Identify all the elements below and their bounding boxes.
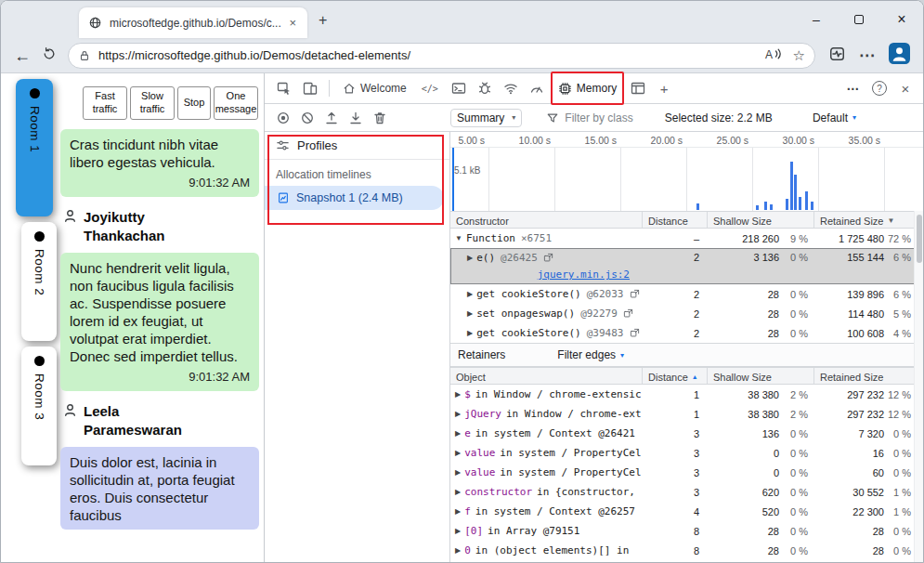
expand-icon[interactable]: ▶: [455, 488, 461, 496]
window-close-button[interactable]: ×: [880, 1, 923, 38]
more-tabs-button[interactable]: +: [652, 76, 676, 100]
scrollbar[interactable]: [914, 211, 923, 563]
url-text[interactable]: https://microsoftedge.github.io/Demos/de…: [98, 48, 753, 62]
constructor-row[interactable]: ▶ get cookieStore() @62033 2 280 % 139 8…: [450, 284, 923, 304]
browser-essentials-icon[interactable]: [828, 46, 846, 66]
col-distance[interactable]: Distance▲: [643, 368, 708, 384]
room-tab-2[interactable]: Room 2: [21, 222, 57, 341]
reveal-icon[interactable]: [623, 308, 633, 319]
timeline-tick: 5.00 s: [450, 135, 485, 146]
devtools-menu-icon[interactable]: ⋯: [841, 76, 865, 100]
reload-button[interactable]: [42, 46, 57, 64]
minimize-button[interactable]: –: [795, 1, 838, 38]
col-constructor[interactable]: Constructor: [450, 212, 643, 228]
constructor-row-selected[interactable]: ▶ e() @26425 2 3 1360 % 155 1446 % jquer…: [450, 248, 923, 284]
retainer-row[interactable]: ▶valuein system / PropertyCel 3 00 % 600…: [450, 463, 923, 482]
tab-application[interactable]: [626, 76, 650, 100]
retainer-row[interactable]: ▶constructorin {constructor, 3 6200 % 30…: [450, 482, 923, 502]
expand-icon[interactable]: ▶: [455, 507, 461, 516]
expand-icon[interactable]: ▶: [467, 254, 473, 262]
expand-icon[interactable]: ▶: [467, 309, 473, 318]
back-button[interactable]: ←: [14, 47, 31, 64]
constructor-row[interactable]: ▼ Function ×6751 – 218 2609 % 1 725 4807…: [450, 229, 923, 248]
settings-menu-icon[interactable]: ⋯: [859, 46, 876, 65]
col-distance[interactable]: Distance: [643, 212, 708, 228]
browser-tab[interactable]: microsoftedge.github.io/Demos/c... ×: [79, 7, 307, 38]
filter-by-class-input[interactable]: Filter by class: [546, 111, 632, 124]
tab-console[interactable]: [447, 76, 471, 100]
col-retained[interactable]: Retained Size▼: [814, 212, 923, 228]
favorites-star-icon[interactable]: ☆: [793, 48, 805, 62]
clear-button[interactable]: [296, 107, 319, 129]
save-profile-button[interactable]: [345, 107, 367, 129]
tab-network[interactable]: [499, 76, 523, 100]
reveal-icon[interactable]: [630, 328, 640, 338]
room-tab-1[interactable]: Room 1: [16, 79, 53, 216]
fast-traffic-button[interactable]: Fast traffic: [83, 86, 127, 120]
edge-name: jQuery: [464, 408, 501, 420]
filter-placeholder: Filter by class: [565, 111, 632, 124]
profile-avatar[interactable]: [889, 43, 910, 68]
retainer-row[interactable]: ▶$in Window / chrome-extensic 1 38 3802 …: [450, 385, 923, 404]
timeline-bar: [805, 191, 808, 210]
help-button[interactable]: ?: [867, 76, 891, 100]
expand-icon[interactable]: ▶: [455, 410, 461, 418]
slow-traffic-button[interactable]: Slow traffic: [130, 86, 175, 120]
constructor-row[interactable]: ▶ set onpageswap() @92279 2 280 % 114 48…: [450, 304, 923, 323]
delete-profile-button[interactable]: [369, 107, 391, 129]
timeline-axis: 5.00 s 10.00 s 15.00 s 20.00 s 25.00 s 3…: [450, 132, 923, 148]
reveal-icon[interactable]: [630, 289, 640, 299]
shallow-size: 0: [708, 448, 779, 459]
tab-close-icon[interactable]: ×: [285, 16, 300, 30]
new-tab-button[interactable]: +: [319, 12, 327, 29]
distance-value: 3: [643, 487, 708, 498]
col-shallow[interactable]: Shallow Size: [708, 212, 814, 228]
object-desc: in Array @79151: [488, 525, 579, 537]
expand-icon[interactable]: ▶: [455, 546, 461, 555]
read-aloud-icon[interactable]: A: [764, 47, 782, 63]
expand-icon[interactable]: ▶: [455, 468, 461, 477]
expand-icon[interactable]: ▶: [455, 429, 461, 438]
tab-memory[interactable]: Memory: [554, 73, 620, 103]
expand-icon[interactable]: ▶: [467, 329, 473, 337]
allocation-timeline[interactable]: 5.00 s 10.00 s 15.00 s 20.00 s 25.00 s 3…: [450, 132, 923, 211]
timeline-selection-handle[interactable]: [452, 148, 454, 211]
retained-size: 30 552: [814, 487, 884, 498]
default-dropdown[interactable]: Default ▾: [813, 111, 856, 124]
devtools-close-button[interactable]: ×: [893, 76, 917, 100]
snapshot-item[interactable]: Snapshot 1 (2.4 MB): [265, 186, 444, 210]
expand-icon[interactable]: ▶: [455, 390, 461, 399]
retainer-row[interactable]: ▶valuein system / PropertyCel 3 00 % 160…: [450, 443, 923, 463]
one-message-button[interactable]: One message: [214, 86, 258, 120]
collapse-icon[interactable]: ▼: [455, 234, 462, 242]
scrollbar-thumb[interactable]: [917, 215, 922, 263]
source-link[interactable]: jquery.min.js:2: [538, 268, 630, 281]
retainer-row[interactable]: ▶0in (object elements)[] in 8 280 % 280 …: [450, 541, 923, 560]
room-tab-3[interactable]: Room 3: [21, 347, 57, 465]
filter-edges-dropdown[interactable]: Filter edges ▾: [557, 348, 624, 361]
reveal-icon[interactable]: [543, 253, 553, 263]
expand-icon[interactable]: ▶: [455, 449, 461, 457]
col-shallow[interactable]: Shallow Size: [708, 368, 814, 384]
retainer-row[interactable]: ▶jQueryin Window / chrome-ext 1 38 3802 …: [450, 404, 923, 424]
record-button[interactable]: [272, 107, 294, 129]
tab-issues[interactable]: [473, 76, 497, 100]
tab-welcome[interactable]: Welcome: [336, 73, 413, 103]
tab-performance[interactable]: [525, 76, 549, 100]
expand-icon[interactable]: ▶: [455, 527, 461, 535]
tab-elements[interactable]: </>: [415, 73, 445, 103]
retainer-row[interactable]: ▶[0]in Array @79151 8 280 % 280 %: [450, 521, 923, 541]
load-profile-button[interactable]: [320, 107, 343, 129]
expand-icon[interactable]: ▶: [467, 290, 473, 298]
col-object[interactable]: Object: [450, 368, 643, 384]
maximize-button[interactable]: [838, 1, 880, 38]
retainer-row[interactable]: ▶fin system / Context @26257 4 5200 % 22…: [450, 502, 923, 521]
stop-button[interactable]: Stop: [177, 86, 211, 120]
device-toolbar-button[interactable]: [298, 76, 322, 100]
col-retained[interactable]: Retained Size: [814, 368, 923, 384]
constructor-row[interactable]: ▶ get cookieStore() @39483 2 280 % 100 6…: [450, 323, 923, 343]
summary-select[interactable]: Summary ▾: [450, 109, 522, 127]
inspect-tool-button[interactable]: [272, 76, 296, 100]
retainer-row[interactable]: ▶ein system / Context @26421 3 1360 % 7 …: [450, 424, 923, 443]
address-bar[interactable]: https://microsoftedge.github.io/Demos/de…: [68, 43, 815, 69]
